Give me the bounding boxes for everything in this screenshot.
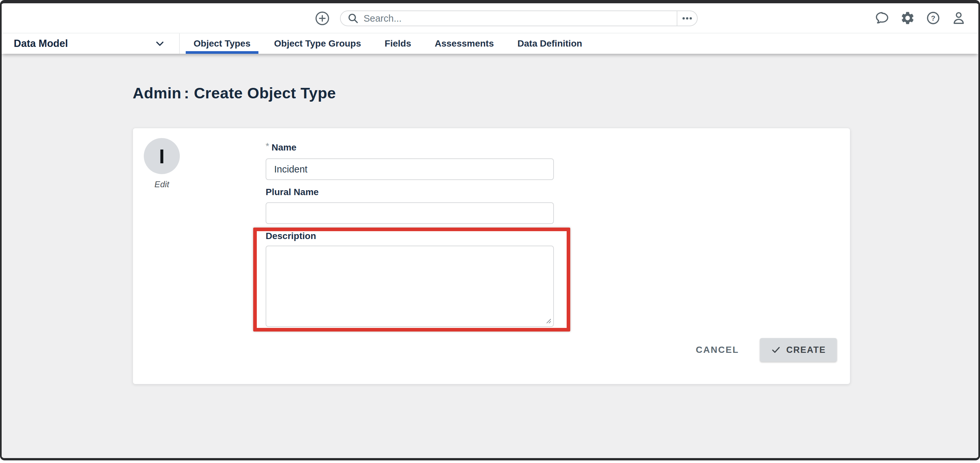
account-button[interactable] [951, 10, 967, 26]
ellipsis-icon [681, 12, 694, 25]
topbar-icon-group: ? [874, 3, 967, 33]
search-options-button[interactable] [677, 11, 697, 26]
name-input[interactable] [266, 158, 554, 180]
description-label-text: Description [266, 231, 316, 241]
title-admin-prefix: Admin [133, 84, 181, 102]
create-object-type-card: I Edit * Name Plural Name Description [133, 128, 850, 384]
help-button[interactable]: ? [925, 10, 941, 26]
messages-button[interactable] [874, 10, 890, 26]
topbar: ? [2, 3, 978, 34]
name-label: * Name [266, 142, 296, 153]
tab-label: Data Definition [517, 38, 582, 49]
tab-fields[interactable]: Fields [373, 34, 423, 54]
create-button[interactable]: CREATE [760, 338, 837, 362]
tab-object-types[interactable]: Object Types [182, 34, 262, 54]
tab-bar: Object Types Object Type Groups Fields A… [182, 34, 594, 54]
settings-button[interactable] [900, 10, 915, 26]
plural-name-label-text: Plural Name [266, 187, 319, 197]
window-frame: ? Data Model Object Types Object Type Gr… [0, 0, 980, 460]
tab-label: Fields [385, 38, 411, 49]
create-button-label: CREATE [786, 345, 826, 355]
module-selector[interactable]: Data Model [2, 34, 180, 54]
description-textarea[interactable] [266, 246, 554, 327]
module-label: Data Model [14, 38, 68, 49]
check-icon [771, 345, 781, 355]
search-input[interactable] [363, 11, 677, 26]
required-asterisk: * [266, 141, 269, 152]
avatar-edit-label[interactable]: Edit [144, 179, 180, 190]
description-field [266, 246, 554, 327]
tab-object-type-groups[interactable]: Object Type Groups [262, 34, 373, 54]
cancel-button[interactable]: CANCEL [694, 345, 741, 355]
form-actions: CANCEL CREATE [694, 338, 837, 362]
search-bar [340, 11, 698, 26]
avatar-monogram: I [159, 145, 164, 168]
module-navbar: Data Model Object Types Object Type Grou… [2, 34, 978, 54]
plural-name-label: Plural Name [266, 187, 319, 198]
svg-text:?: ? [931, 14, 935, 22]
tab-label: Object Type Groups [274, 38, 361, 49]
chevron-down-icon [154, 38, 165, 49]
plus-circle-icon [313, 9, 331, 27]
person-icon [951, 11, 966, 26]
title-main: Create Object Type [194, 84, 336, 102]
tab-data-definition[interactable]: Data Definition [506, 34, 594, 54]
page-content: Admin:Create Object Type I Edit * Name P… [2, 54, 978, 458]
question-circle-icon: ? [926, 11, 941, 26]
tab-assessments[interactable]: Assessments [423, 34, 506, 54]
description-label: Description [266, 230, 316, 242]
title-separator: : [184, 84, 189, 102]
form-fields: * Name Plural Name Description [266, 128, 554, 384]
gear-icon [900, 11, 915, 26]
search-icon [347, 13, 359, 24]
avatar-block: I Edit [144, 138, 180, 190]
tab-label: Object Types [194, 38, 251, 49]
plural-name-input[interactable] [266, 202, 554, 224]
add-button[interactable] [313, 9, 331, 27]
avatar[interactable]: I [144, 138, 180, 174]
page-title: Admin:Create Object Type [133, 84, 336, 102]
speech-bubble-icon [875, 11, 889, 26]
tab-label: Assessments [434, 38, 494, 49]
name-label-text: Name [272, 142, 296, 153]
